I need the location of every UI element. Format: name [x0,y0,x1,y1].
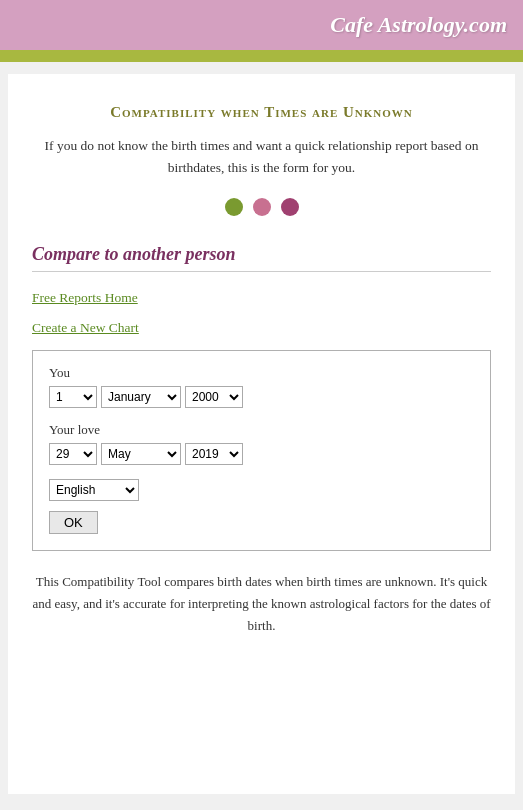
form-box: You 12345 678910 1112131415 1617181920 2… [32,350,491,551]
section-heading: Compare to another person [32,244,491,272]
love-date-row: 12345 678910 1112131415 1617181920 21222… [49,443,474,465]
you-label: You [49,365,474,381]
love-year-select[interactable]: 2017201820192020 [185,443,243,465]
you-month-select[interactable]: JanuaryFebruaryMarch AprilMayJune JulyAu… [101,386,181,408]
you-date-row: 12345 678910 1112131415 1617181920 21222… [49,386,474,408]
dot-3 [281,198,299,216]
dot-1 [225,198,243,216]
dot-2 [253,198,271,216]
site-title: Cafe Astrology.com [330,12,507,38]
your-love-label: Your love [49,422,474,438]
intro-text: If you do not know the birth times and w… [32,135,491,178]
language-row: English Spanish French German [49,479,474,501]
page-title: Compatibility when Times are Unknown [32,104,491,121]
main-content: Compatibility when Times are Unknown If … [8,74,515,794]
decorative-dots [32,198,491,216]
create-new-chart-link[interactable]: Create a New Chart [32,320,491,336]
free-reports-home-link[interactable]: Free Reports Home [32,290,491,306]
ok-button[interactable]: OK [49,511,98,534]
love-month-select[interactable]: JanuaryFebruaryMarch AprilMayJune JulyAu… [101,443,181,465]
language-select[interactable]: English Spanish French German [49,479,139,501]
header: Cafe Astrology.com [0,0,523,50]
green-bar [0,50,523,62]
you-day-select[interactable]: 12345 678910 1112131415 1617181920 21222… [49,386,97,408]
footer-text: This Compatibility Tool compares birth d… [32,571,491,637]
love-day-select[interactable]: 12345 678910 1112131415 1617181920 21222… [49,443,97,465]
you-year-select[interactable]: 1998199920002001 [185,386,243,408]
